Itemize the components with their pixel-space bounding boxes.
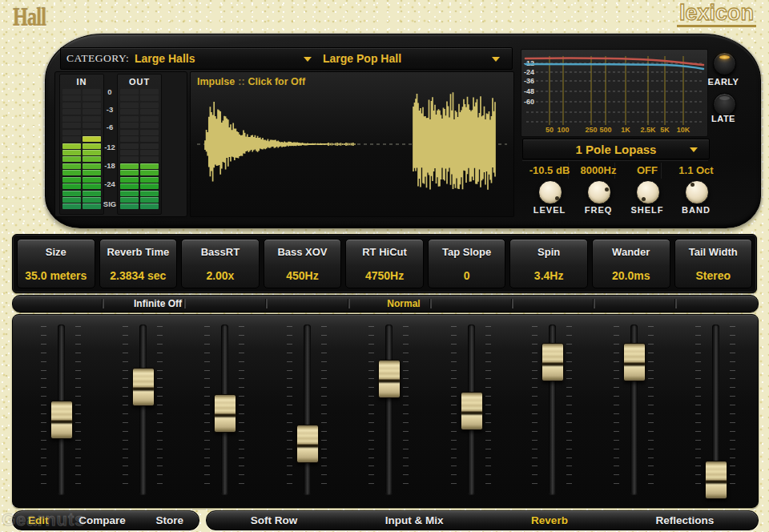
meter-segment — [83, 177, 101, 183]
chevron-down-icon[interactable] — [304, 57, 312, 62]
param-cell-wander[interactable]: Wander20.0ms — [592, 239, 670, 288]
param-value: 450Hz — [264, 269, 341, 282]
infinite-mode-button[interactable]: Infinite Off — [134, 298, 182, 309]
band-knob[interactable] — [685, 180, 709, 204]
late-button[interactable] — [713, 93, 736, 116]
meter-segment — [83, 95, 101, 101]
fader-handle-9[interactable] — [705, 461, 727, 499]
meter-segment — [62, 143, 81, 149]
fader-track-4[interactable] — [304, 324, 311, 494]
fader-handle-5[interactable] — [378, 360, 401, 398]
meter-segment — [62, 136, 81, 142]
meter-segment — [83, 116, 101, 122]
footer-button-edit[interactable]: Edit — [28, 514, 49, 526]
meter-segment — [83, 150, 101, 155]
meter-segment — [140, 156, 159, 162]
param-label: Size — [18, 246, 95, 258]
filter-value-shelf[interactable]: OFF — [619, 164, 675, 176]
meter-segment — [120, 183, 139, 189]
param-label: Spin — [510, 246, 587, 258]
shelf-knob[interactable] — [636, 180, 660, 204]
meter-segment — [140, 95, 159, 101]
meter-bar-in-left — [62, 89, 81, 211]
meter-segment — [120, 204, 139, 209]
impulse-display[interactable]: Impulse::Click for Off — [190, 71, 514, 217]
param-label: Reverb Time — [100, 246, 177, 258]
param-value: 20.0ms — [593, 269, 670, 282]
param-cell-tail-width[interactable]: Tail WidthStereo — [674, 239, 753, 288]
meter-segment — [83, 123, 101, 128]
fader-panel — [12, 314, 759, 508]
category-select[interactable]: Large Halls — [135, 52, 195, 65]
footer-button-store[interactable]: Store — [156, 514, 184, 526]
param-cell-tap-slope[interactable]: Tap Slope0 — [428, 239, 506, 288]
meter-segment — [62, 156, 81, 162]
fader-tick-marks — [157, 326, 163, 491]
fader-track-2[interactable] — [139, 324, 147, 494]
param-value: 2.00x — [182, 269, 259, 282]
meter-segment — [140, 183, 159, 189]
fader-handle-3[interactable] — [214, 394, 236, 433]
fader-handle-7[interactable] — [542, 343, 564, 381]
meter-segment — [120, 103, 139, 108]
meter-segment — [83, 143, 101, 149]
filter-type-dropdown[interactable]: 1 Pole Lopass — [522, 139, 710, 159]
knob-indicator — [605, 187, 609, 191]
fader-tick-marks — [730, 326, 735, 491]
meter-segment — [120, 177, 139, 183]
fader-tick-marks — [451, 326, 457, 491]
meter-bar-out-left — [120, 89, 139, 211]
param-cell-rt-hicut[interactable]: RT HiCut4750Hz — [345, 239, 424, 288]
fader-handle-8[interactable] — [623, 343, 646, 381]
meter-segment — [62, 183, 81, 189]
brand-logo: lexicon — [677, 2, 756, 27]
fader-tick-marks — [695, 326, 701, 491]
filter-value-level[interactable]: -10.5 dB — [521, 164, 578, 176]
footer-button-reverb[interactable]: Reverb — [531, 514, 568, 526]
impulse-title: Impulse::Click for Off — [197, 76, 305, 87]
meter-segment — [83, 89, 101, 95]
chevron-down-icon[interactable] — [492, 57, 500, 62]
filter-value-freq[interactable]: 8000Hz — [570, 164, 626, 176]
tap-slope-mode-button[interactable]: Normal — [387, 298, 420, 309]
early-button[interactable] — [713, 52, 736, 75]
meter-segment — [120, 109, 139, 115]
parameter-row: Size35.0 metersReverb Time2.3834 secBass… — [12, 234, 757, 293]
level-knob[interactable] — [538, 180, 562, 204]
footer-button-input-mix[interactable]: Input & Mix — [385, 514, 444, 526]
meter-segment — [140, 136, 159, 142]
meter-segment — [120, 156, 139, 162]
footer-button-compare[interactable]: Compare — [79, 514, 126, 526]
strip-divider — [674, 299, 677, 308]
fader-tick-marks — [41, 326, 46, 491]
fader-handle-6[interactable] — [461, 392, 483, 430]
meter-segment — [62, 177, 81, 183]
meter-bar-out-right — [140, 89, 159, 211]
param-cell-reverb-time[interactable]: Reverb Time2.3834 sec — [99, 239, 178, 288]
footer-button-reflections[interactable]: Reflections — [655, 514, 714, 526]
param-cell-bass-xov[interactable]: Bass XOV450Hz — [264, 239, 342, 288]
knob-label: BAND — [668, 205, 724, 215]
fader-tick-marks — [368, 326, 374, 491]
impulse-subtitle-text: Click for Off — [248, 76, 306, 87]
filter-value-band[interactable]: 1.1 Oct — [668, 164, 724, 176]
eq-x-label: 1K — [621, 126, 630, 134]
param-cell-size[interactable]: Size35.0 meters — [17, 239, 95, 288]
preset-select[interactable]: Large Pop Hall — [323, 52, 401, 65]
eq-x-label: 250 — [585, 126, 597, 134]
fader-handle-4[interactable] — [296, 425, 319, 463]
eq-x-label: 100 — [557, 126, 569, 134]
param-cell-bassrt[interactable]: BassRT2.00x — [181, 239, 260, 288]
meter-segment — [62, 191, 81, 196]
category-bar: CATEGORY: Large Halls Large Pop Hall — [60, 47, 513, 70]
level-meters: IN OUT 0-3-6-12-18-24SIG — [54, 71, 187, 217]
freq-knob[interactable] — [587, 180, 611, 204]
footer-button-soft-row[interactable]: Soft Row — [251, 514, 298, 526]
fader-track-5[interactable] — [385, 324, 393, 494]
meter-segment — [83, 156, 101, 162]
eq-svg: -12-24-36-48-60501002505001K2.5K5K10K — [521, 50, 707, 136]
chevron-down-icon — [690, 147, 698, 152]
fader-handle-2[interactable] — [132, 368, 155, 406]
param-cell-spin[interactable]: Spin3.4Hz — [509, 239, 588, 288]
fader-handle-1[interactable] — [50, 401, 73, 439]
